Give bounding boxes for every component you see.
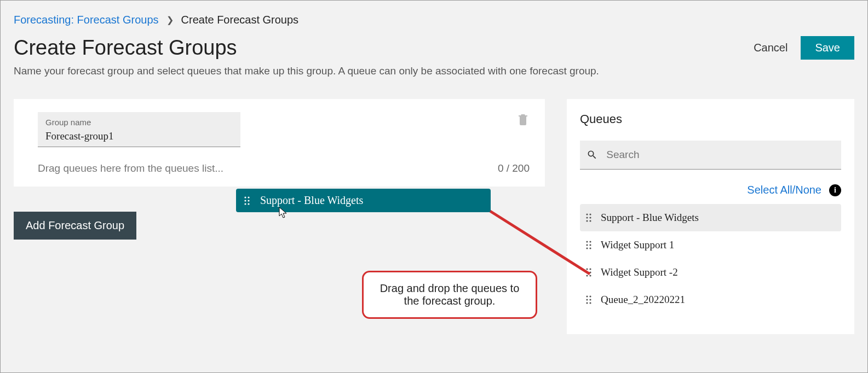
drop-hint-text: Drag queues here from the queues list... xyxy=(38,162,223,174)
svg-point-9 xyxy=(589,244,591,246)
group-name-label: Group name xyxy=(45,118,233,127)
drag-handle-icon xyxy=(244,196,250,206)
annotation-callout: Drag and drop the queues to the forecast… xyxy=(362,271,537,319)
svg-point-17 xyxy=(589,275,591,276)
svg-point-19 xyxy=(589,295,591,297)
dragging-queue-label: Support - Blue Widgets xyxy=(260,194,363,207)
svg-point-16 xyxy=(586,275,588,276)
cursor-icon xyxy=(279,207,289,221)
search-icon xyxy=(587,149,597,161)
save-button[interactable]: Save xyxy=(801,36,854,60)
svg-point-24 xyxy=(244,196,246,198)
delete-group-button[interactable] xyxy=(516,112,530,129)
svg-point-15 xyxy=(589,271,591,273)
queues-panel-title: Queues xyxy=(580,112,841,126)
svg-point-5 xyxy=(589,220,591,222)
queue-search-field[interactable] xyxy=(580,141,841,170)
svg-point-22 xyxy=(586,302,588,304)
svg-point-27 xyxy=(248,200,249,201)
forecast-group-card: Group name Drag queues here from the que… xyxy=(14,99,545,186)
queue-list: Support - Blue Widgets Widget Support 1 … xyxy=(580,204,841,313)
drag-handle-icon[interactable] xyxy=(585,240,592,250)
svg-point-13 xyxy=(589,268,591,270)
svg-point-8 xyxy=(586,244,588,246)
breadcrumb: Forecasting: Forecast Groups ❯ Create Fo… xyxy=(14,14,854,26)
svg-point-11 xyxy=(589,247,591,249)
cancel-button[interactable]: Cancel xyxy=(750,41,791,55)
svg-point-23 xyxy=(589,302,591,304)
queue-item-label: Widget Support 1 xyxy=(601,239,674,251)
svg-point-1 xyxy=(589,213,591,215)
svg-point-10 xyxy=(586,247,588,249)
svg-point-14 xyxy=(586,271,588,273)
group-name-field[interactable]: Group name xyxy=(38,112,240,147)
queue-search-input[interactable] xyxy=(605,148,835,161)
select-all-none-link[interactable]: Select All/None xyxy=(747,184,821,196)
group-name-input[interactable] xyxy=(45,130,233,142)
queue-item-1[interactable]: Widget Support 1 xyxy=(580,231,841,259)
annotation-text: Drag and drop the queues to the forecast… xyxy=(380,282,520,307)
page-title: Create Forecast Groups xyxy=(14,36,237,60)
svg-point-4 xyxy=(586,220,588,222)
trash-icon xyxy=(516,112,530,126)
queue-item-label: Queue_2_20220221 xyxy=(601,294,685,306)
breadcrumb-parent-link[interactable]: Forecasting: Forecast Groups xyxy=(14,14,159,26)
svg-point-12 xyxy=(586,268,588,270)
page-subtitle: Name your forecast group and select queu… xyxy=(14,65,854,77)
add-forecast-group-button[interactable]: Add Forecast Group xyxy=(14,212,136,240)
svg-point-0 xyxy=(586,213,588,215)
svg-point-28 xyxy=(244,203,246,205)
queue-item-0[interactable]: Support - Blue Widgets xyxy=(580,204,841,231)
svg-point-6 xyxy=(586,241,588,242)
queue-item-3[interactable]: Queue_2_20220221 xyxy=(580,286,841,313)
queue-count-text: 0 / 200 xyxy=(498,162,530,174)
svg-point-7 xyxy=(589,241,591,242)
svg-point-2 xyxy=(586,217,588,218)
drag-handle-icon[interactable] xyxy=(585,213,592,223)
svg-point-29 xyxy=(248,203,249,205)
svg-point-18 xyxy=(586,295,588,297)
svg-point-26 xyxy=(244,200,246,201)
queues-panel: Queues Select All/None i Support - Blue … xyxy=(567,99,854,334)
queue-drop-zone[interactable]: Drag queues here from the queues list...… xyxy=(38,162,530,174)
queue-item-label: Widget Support -2 xyxy=(601,266,678,278)
svg-point-25 xyxy=(248,196,249,198)
svg-point-21 xyxy=(589,299,591,300)
queue-item-2[interactable]: Widget Support -2 xyxy=(580,259,841,286)
info-icon[interactable]: i xyxy=(829,184,841,196)
queue-item-label: Support - Blue Widgets xyxy=(601,212,699,224)
dragging-queue-chip[interactable]: Support - Blue Widgets xyxy=(236,189,491,212)
svg-point-3 xyxy=(589,217,591,218)
svg-point-20 xyxy=(586,299,588,300)
breadcrumb-current: Create Forecast Groups xyxy=(181,14,299,26)
drag-handle-icon[interactable] xyxy=(585,295,592,305)
chevron-right-icon: ❯ xyxy=(166,15,174,25)
drag-handle-icon[interactable] xyxy=(585,267,592,277)
